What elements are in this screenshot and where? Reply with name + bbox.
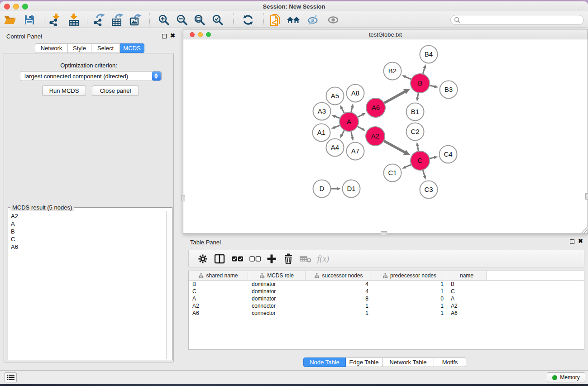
zoom-fit-icon[interactable] bbox=[191, 13, 208, 27]
tab-node-table[interactable]: Node Table bbox=[303, 357, 346, 367]
table-cell[interactable]: B bbox=[447, 281, 487, 287]
table-cell[interactable]: dominator bbox=[248, 288, 306, 295]
mcds-result-item[interactable]: A bbox=[9, 220, 166, 228]
table-cell[interactable]: C bbox=[189, 288, 248, 295]
table-cell[interactable]: 1 bbox=[372, 310, 447, 316]
hide-eye-icon[interactable] bbox=[304, 13, 321, 27]
tab-select[interactable]: Select bbox=[91, 43, 120, 53]
tab-network[interactable]: Network bbox=[35, 43, 68, 53]
export-table-icon[interactable] bbox=[109, 13, 126, 27]
tab-motifs[interactable]: Motifs bbox=[434, 357, 466, 367]
column-header-successor-nodes[interactable]: successor nodes bbox=[306, 271, 372, 280]
network-graph[interactable]: B4B2BB3A5A8A6A3AB1A1A2C2A4A7C4CC1C3DD1 bbox=[183, 39, 588, 234]
graph-edge[interactable] bbox=[423, 67, 425, 74]
graph-edge[interactable] bbox=[423, 170, 425, 176]
graph-edge[interactable] bbox=[334, 125, 340, 128]
zoom-selected-icon[interactable] bbox=[209, 13, 226, 27]
table-cell[interactable]: A6 bbox=[189, 310, 248, 316]
zoom-out-icon[interactable] bbox=[173, 13, 191, 27]
table-row[interactable]: Bdominator41B bbox=[189, 281, 584, 288]
table-row[interactable]: Adominator80A bbox=[189, 295, 584, 302]
export-network-icon[interactable] bbox=[91, 13, 108, 27]
show-eye-icon[interactable] bbox=[325, 13, 342, 27]
table-cell[interactable]: A2 bbox=[447, 303, 487, 309]
table-cell[interactable]: dominator bbox=[248, 281, 306, 287]
mcds-result-item[interactable]: C bbox=[9, 235, 166, 243]
refresh-icon[interactable] bbox=[239, 13, 257, 27]
table-cell[interactable]: dominator bbox=[248, 295, 306, 302]
table-row[interactable]: A2connector11A2 bbox=[189, 302, 584, 310]
canvas-left-scrollbar[interactable] bbox=[181, 195, 185, 201]
graph-edge[interactable] bbox=[405, 76, 411, 79]
table-cell[interactable]: 8 bbox=[306, 295, 372, 302]
column-view-icon[interactable] bbox=[213, 253, 226, 265]
import-network-icon[interactable] bbox=[47, 13, 64, 27]
graph-node-label: A6 bbox=[372, 104, 380, 111]
table-cell[interactable]: 1 bbox=[306, 303, 372, 309]
task-history-button[interactable] bbox=[5, 372, 17, 382]
mcds-result-item[interactable]: A2 bbox=[9, 212, 166, 220]
graph-edge-arrowhead bbox=[361, 128, 366, 131]
close-panel-button[interactable]: Close panel bbox=[92, 86, 139, 96]
resize-grip[interactable] bbox=[581, 227, 587, 233]
optimization-criterion-dropdown[interactable]: largest connected component (directed) bbox=[20, 71, 162, 81]
table-cell[interactable]: C bbox=[447, 288, 487, 295]
table-cell[interactable]: A2 bbox=[189, 303, 248, 309]
canvas-bottom-scrollbar[interactable] bbox=[381, 231, 387, 235]
table-cell[interactable]: 1 bbox=[372, 288, 447, 295]
graph-edge[interactable] bbox=[384, 91, 406, 103]
table-cell[interactable]: A6 bbox=[447, 310, 487, 316]
search-field[interactable] bbox=[450, 15, 584, 25]
search-input[interactable] bbox=[462, 17, 583, 23]
network-canvas[interactable]: B4B2BB3A5A8A6A3AB1A1A2C2A4A7C4CC1C3DD1 bbox=[183, 39, 588, 234]
canvas-right-scrollbar[interactable] bbox=[585, 193, 588, 200]
open-file-icon[interactable] bbox=[1, 13, 19, 27]
mcds-result-item[interactable]: B bbox=[9, 228, 166, 235]
table-cell[interactable]: B bbox=[189, 281, 248, 287]
table-cell[interactable]: A bbox=[189, 295, 248, 302]
select-all-icon[interactable] bbox=[231, 253, 244, 265]
close-table-panel-icon[interactable]: ✖ bbox=[578, 238, 583, 244]
table-cell[interactable]: 4 bbox=[306, 288, 372, 295]
table-cell[interactable]: 1 bbox=[372, 281, 447, 287]
tab-edge-table[interactable]: Edge Table bbox=[346, 357, 382, 367]
settings-gear-icon[interactable] bbox=[196, 253, 210, 265]
table-cell[interactable]: connector bbox=[248, 303, 306, 309]
function-builder-icon[interactable]: f(x) bbox=[315, 253, 332, 265]
table-cell[interactable]: A bbox=[447, 295, 487, 302]
float-panel-icon[interactable] bbox=[162, 34, 167, 38]
table-cell[interactable]: 1 bbox=[372, 303, 447, 309]
deselect-all-icon[interactable] bbox=[249, 253, 262, 265]
table-cell[interactable]: 4 bbox=[306, 281, 372, 287]
column-header-shared-name[interactable]: shared name bbox=[189, 271, 248, 280]
float-table-panel-icon[interactable] bbox=[570, 239, 574, 244]
home-icon[interactable] bbox=[285, 13, 302, 27]
close-panel-icon[interactable]: ✖ bbox=[170, 32, 175, 39]
graph-edge[interactable] bbox=[384, 141, 405, 153]
delete-column-icon[interactable] bbox=[282, 253, 295, 265]
tab-mcds[interactable]: MCDS bbox=[120, 43, 144, 53]
zoom-in-icon[interactable] bbox=[155, 13, 172, 27]
graph-edge[interactable] bbox=[351, 132, 353, 138]
table-cell[interactable]: connector bbox=[248, 310, 306, 316]
tab-network-table[interactable]: Network Table bbox=[382, 357, 434, 367]
import-table-icon[interactable] bbox=[65, 13, 82, 27]
table-row[interactable]: A6connector11A6 bbox=[189, 310, 584, 317]
mcds-result-item[interactable]: A6 bbox=[9, 243, 166, 251]
add-column-icon[interactable] bbox=[265, 253, 278, 265]
graph-edge[interactable] bbox=[405, 165, 411, 167]
delete-table-icon[interactable] bbox=[299, 253, 312, 265]
column-header-mcds-role[interactable]: MCDS role bbox=[248, 271, 306, 280]
table-cell[interactable]: 0 bbox=[372, 295, 447, 302]
run-mcds-button[interactable]: Run MCDS bbox=[42, 86, 86, 96]
save-session-icon[interactable] bbox=[21, 13, 38, 27]
table-cell[interactable]: 1 bbox=[306, 310, 372, 316]
table-row[interactable]: Cdominator41C bbox=[189, 288, 584, 295]
column-header-predecessor-nodes[interactable]: predecessor nodes bbox=[372, 271, 447, 280]
new-network-from-selection-icon[interactable] bbox=[267, 13, 284, 27]
result-scrollbar[interactable] bbox=[166, 211, 172, 359]
memory-button[interactable]: Memory bbox=[547, 372, 585, 382]
column-header-name[interactable]: name bbox=[447, 271, 487, 280]
export-image-icon[interactable] bbox=[127, 13, 144, 27]
tab-style[interactable]: Style bbox=[68, 43, 91, 53]
